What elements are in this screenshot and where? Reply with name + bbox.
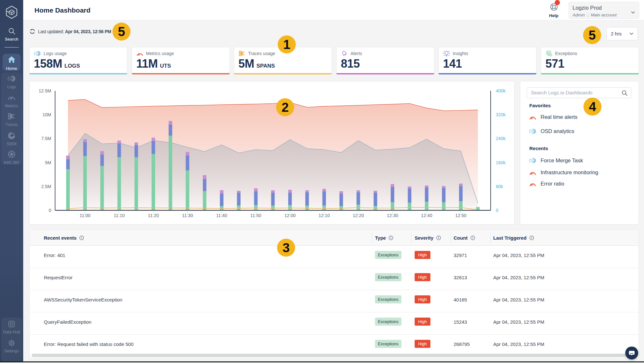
svg-text:11:50: 11:50 (250, 213, 261, 218)
svg-text:240k: 240k (496, 136, 506, 141)
svg-text:400k: 400k (496, 88, 506, 93)
svg-text:7.5M: 7.5M (41, 136, 51, 141)
svg-text:12.5M: 12.5M (39, 88, 51, 93)
svg-text:12:10: 12:10 (319, 213, 330, 218)
svg-text:12:50: 12:50 (455, 213, 466, 218)
svg-text:11:40: 11:40 (216, 213, 227, 218)
svg-text:0: 0 (49, 208, 51, 213)
svg-text:12:40: 12:40 (421, 213, 432, 218)
svg-text:12:30: 12:30 (387, 213, 398, 218)
svg-text:11:10: 11:10 (114, 213, 125, 218)
svg-text:12:00: 12:00 (284, 213, 296, 218)
svg-text:0: 0 (496, 208, 498, 213)
svg-text:12:20: 12:20 (353, 213, 364, 218)
svg-text:10M: 10M (43, 112, 51, 117)
svg-text:5M: 5M (45, 160, 51, 165)
svg-text:11:00: 11:00 (80, 213, 91, 218)
svg-text:80k: 80k (496, 184, 504, 189)
svg-text:160k: 160k (496, 160, 506, 165)
svg-text:11:30: 11:30 (182, 213, 193, 218)
svg-text:2.5M: 2.5M (41, 184, 51, 189)
svg-text:11:20: 11:20 (148, 213, 159, 218)
svg-text:320k: 320k (496, 112, 506, 117)
